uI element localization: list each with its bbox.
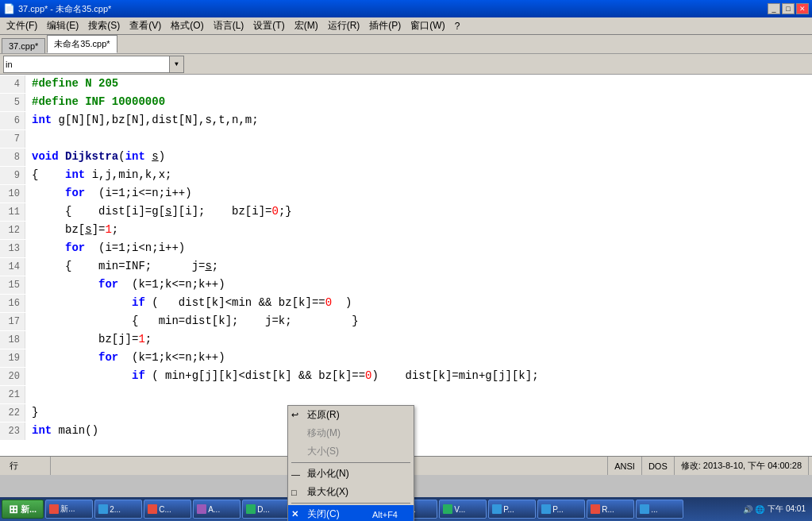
menu-edit[interactable]: 编辑(E) xyxy=(42,17,83,34)
code-line-9: 9 { int i,j,min,k,x; xyxy=(0,166,812,184)
restore-icon: ↩ xyxy=(291,410,298,420)
menu-file[interactable]: 文件(F) xyxy=(2,17,42,34)
editor-area[interactable]: 4 #define N 205 5 #define INF 10000000 6… xyxy=(0,75,812,456)
code-line-5: 5 #define INF 10000000 xyxy=(0,93,812,111)
status-row: 行 xyxy=(3,457,51,475)
close-ctx-icon: ✕ xyxy=(291,509,298,519)
maximize-button[interactable]: □ xyxy=(782,3,795,14)
menu-macro[interactable]: 宏(M) xyxy=(290,17,323,34)
menu-language[interactable]: 语言(L) xyxy=(209,17,249,34)
ctx-maximize[interactable]: □ 最大化(X) xyxy=(288,483,414,501)
taskbar-btn-12[interactable]: ... xyxy=(636,500,683,519)
taskbar-btn-0[interactable]: 新... xyxy=(45,500,93,519)
tab-bar: 37.cpp* 未命名35.cpp* xyxy=(0,35,812,54)
code-line-20: 20 if ( min+g[j][k]<dist[k] && bz[k]==0)… xyxy=(0,367,812,385)
taskbar-btn-10[interactable]: P... xyxy=(537,500,585,519)
code-line-16: 16 if ( dist[k]<min && bz[k]==0 ) xyxy=(0,294,812,312)
ctx-sep-1 xyxy=(291,462,410,463)
menu-help[interactable]: ? xyxy=(450,19,465,33)
system-icons: 🔊 🌐 xyxy=(743,505,764,514)
menu-window[interactable]: 窗口(W) xyxy=(406,17,449,34)
clock-area: 🔊 🌐 下午 04:01 xyxy=(738,504,810,515)
ctx-size[interactable]: 大小(S) xyxy=(288,442,414,461)
code-line-19: 19 for (k=1;k<=n;k++) xyxy=(0,349,812,367)
menu-bar: 文件(F) 编辑(E) 搜索(S) 查看(V) 格式(O) 语言(L) 设置(T… xyxy=(0,17,812,35)
code-line-12: 12 bz[s]=1; xyxy=(0,221,812,239)
minimize-button[interactable]: _ xyxy=(768,3,780,14)
taskbar-btn-4[interactable]: D... xyxy=(242,500,290,519)
code-line-14: 14 { min=INF; j=s; xyxy=(0,257,812,276)
code-line-17: 17 { min=dist[k]; j=k; } xyxy=(0,312,812,330)
minimize-icon: — xyxy=(291,469,300,479)
ctx-restore[interactable]: ↩ 还原(R) xyxy=(288,406,414,424)
code-line-18: 18 bz[j]=1; xyxy=(0,330,812,349)
taskbar-btn-9[interactable]: P... xyxy=(488,500,536,519)
taskbar-btn-1[interactable]: 2... xyxy=(94,500,142,519)
clock: 下午 04:01 xyxy=(768,504,806,515)
maximize-ctx-icon: □ xyxy=(291,488,297,497)
taskbar-btn-2[interactable]: C... xyxy=(144,500,191,519)
status-modified: 修改: 2013-8-10, 下午 04:00:28 xyxy=(675,457,809,475)
title-bar-buttons: _ □ ✕ xyxy=(768,3,809,14)
code-line-13: 13 for (i=1;i<n;i++) xyxy=(0,239,812,257)
app-window: 📄 37.cpp* - 未命名35.cpp* _ □ ✕ 文件(F) 编辑(E)… xyxy=(0,0,812,521)
status-encoding: ANSI xyxy=(608,457,642,475)
code-line-21: 21 xyxy=(0,385,812,403)
code-line-4: 4 #define N 205 xyxy=(0,75,812,93)
title-bar-icon: 📄 xyxy=(3,3,15,14)
title-bar: 📄 37.cpp* - 未命名35.cpp* _ □ ✕ xyxy=(0,0,812,17)
tab-0[interactable]: 37.cpp* xyxy=(2,38,45,53)
close-button[interactable]: ✕ xyxy=(796,3,809,14)
dropdown-bar: in ▼ xyxy=(0,54,812,75)
taskbar-btn-8[interactable]: V... xyxy=(439,500,487,519)
title-bar-text: 37.cpp* - 未命名35.cpp* xyxy=(18,3,768,15)
code-line-10: 10 for (i=1;i<=n;i++) xyxy=(0,184,812,203)
code-line-8: 8 void Dijkstra(int s) xyxy=(0,148,812,166)
ctx-sep-2 xyxy=(291,503,410,504)
code-line-11: 11 { dist[i]=g[s][i]; bz[i]=0;} xyxy=(0,203,812,221)
menu-settings[interactable]: 设置(T) xyxy=(248,17,289,34)
menu-run[interactable]: 运行(R) xyxy=(323,17,365,34)
ctx-minimize[interactable]: — 最小化(N) xyxy=(288,465,414,483)
taskbar-btn-11[interactable]: R... xyxy=(587,500,634,519)
status-line-ending: DOS xyxy=(642,457,675,475)
function-dropdown[interactable]: in xyxy=(3,56,170,73)
taskbar-btn-3[interactable]: A... xyxy=(193,500,241,519)
dropdown-arrow[interactable]: ▼ xyxy=(170,56,184,73)
context-menu: ↩ 还原(R) 移动(M) 大小(S) — 最小化(N) □ 最大化(X) ✕ … xyxy=(287,405,414,521)
code-line-6: 6 int g[N][N],bz[N],dist[N],s,t,n,m; xyxy=(0,111,812,129)
code-line-15: 15 for (k=1;k<=n;k++) xyxy=(0,276,812,294)
ctx-close[interactable]: ✕ 关闭(C) Alt+F4 xyxy=(288,505,414,521)
menu-plugins[interactable]: 插件(P) xyxy=(364,17,406,34)
menu-view[interactable]: 查看(V) xyxy=(125,17,166,34)
start-button[interactable]: ⊞ 新... xyxy=(2,500,44,519)
menu-search[interactable]: 搜索(S) xyxy=(83,17,125,34)
menu-format[interactable]: 格式(O) xyxy=(166,17,208,34)
ctx-move[interactable]: 移动(M) xyxy=(288,424,414,442)
code-line-7: 7 xyxy=(0,129,812,148)
tab-1[interactable]: 未命名35.cpp* xyxy=(47,35,117,53)
